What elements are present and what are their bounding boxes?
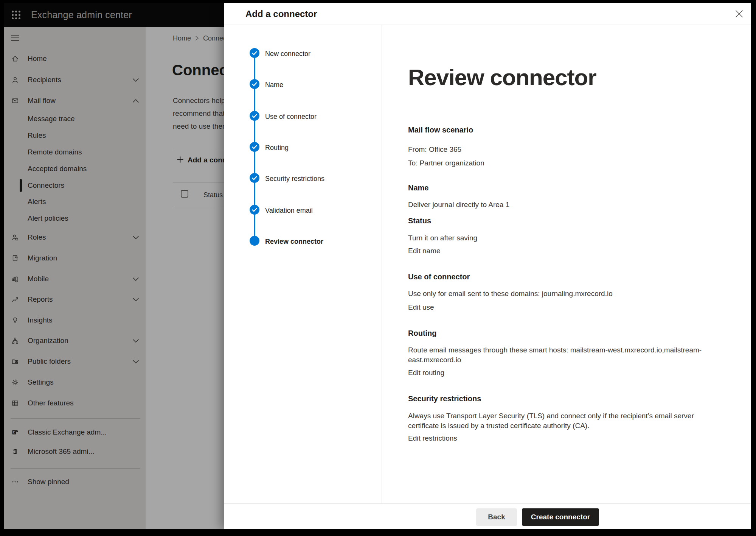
step-complete-icon — [250, 205, 259, 216]
edit-restrictions-link[interactable]: Edit restrictions — [408, 434, 457, 443]
wizard-step-routing[interactable]: Routing — [250, 142, 289, 153]
security-restrictions-value: Always use Transport Layer Security (TLS… — [408, 411, 726, 431]
mail-flow-to: To: Partner organization — [408, 158, 484, 168]
wizard-step-new-connector[interactable]: New connector — [250, 48, 310, 59]
name-value: Deliver journal directly to Area 1 — [408, 200, 509, 210]
status-value: Turn it on after saving — [408, 233, 477, 243]
mail-flow-from: From: Office 365 — [408, 145, 461, 154]
use-of-connector-value: Use only for email sent to these domains… — [408, 289, 613, 299]
step-complete-icon — [250, 48, 259, 59]
step-current-icon — [250, 236, 259, 247]
wizard-step-review-connector[interactable]: Review connector — [250, 236, 323, 247]
modal-title: Add a connector — [245, 9, 317, 19]
wizard-step-use-of-connector[interactable]: Use of connector — [250, 111, 317, 122]
mail-flow-scenario-title: Mail flow scenario — [408, 126, 473, 134]
security-restrictions-title: Security restrictions — [408, 394, 481, 403]
edit-routing-link[interactable]: Edit routing — [408, 369, 444, 377]
exchange-admin-app: Exchange admin center Home Recipients Ma… — [4, 3, 751, 529]
review-heading: Review connector — [408, 64, 596, 90]
step-complete-icon — [250, 142, 259, 153]
modal-footer: Back Create connector — [224, 503, 751, 529]
step-complete-icon — [250, 111, 259, 122]
wizard-step-validation-email[interactable]: Validation email — [250, 205, 313, 216]
wizard-steps-panel: New connector Name Use of connector Rout… — [224, 25, 382, 503]
edit-use-link[interactable]: Edit use — [408, 303, 434, 312]
add-connector-modal: Add a connector New connector Name — [224, 3, 751, 529]
routing-title: Routing — [408, 329, 437, 338]
review-panel: Review connector Mail flow scenario From… — [382, 25, 751, 503]
close-icon — [735, 10, 743, 19]
step-complete-icon — [250, 173, 259, 184]
wizard-step-security-restrictions[interactable]: Security restrictions — [250, 173, 324, 184]
name-section-title: Name — [408, 184, 428, 192]
back-button[interactable]: Back — [476, 508, 517, 526]
step-complete-icon — [250, 79, 259, 90]
use-of-connector-title: Use of connector — [408, 273, 470, 281]
wizard-step-name[interactable]: Name — [250, 79, 283, 90]
edit-name-link[interactable]: Edit name — [408, 247, 441, 255]
modal-body: New connector Name Use of connector Rout… — [224, 25, 751, 503]
modal-header: Add a connector — [224, 3, 751, 25]
status-section-title: Status — [408, 217, 431, 225]
routing-value: Route email messages through these smart… — [408, 345, 726, 365]
create-connector-button[interactable]: Create connector — [522, 508, 599, 526]
close-button[interactable] — [731, 7, 747, 22]
